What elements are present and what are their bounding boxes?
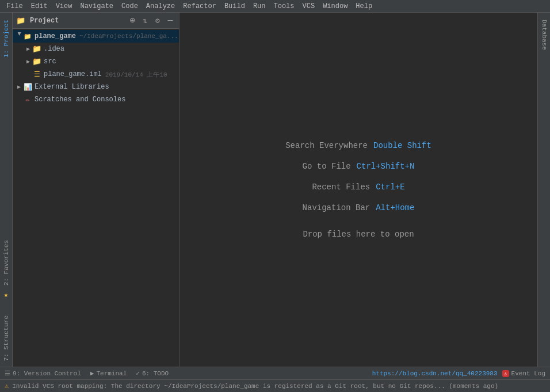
tree-root[interactable]: ▶ 📁 plane_game ~/IdeaProjects/plane_ga..…	[13, 30, 179, 43]
iml-meta: 2019/10/14 上午10	[105, 70, 167, 79]
menu-item-edit[interactable]: Edit	[27, 1, 52, 12]
add-button[interactable]: ⊕	[127, 16, 138, 26]
nav-label: Navigation Bar	[303, 203, 371, 212]
status-bar: ☰ 9: Version Control ▶ Terminal ✓ 6: TOD…	[0, 367, 550, 379]
todo-tab[interactable]: ✓ 6: TODO	[136, 370, 169, 377]
src-folder-icon: 📁	[32, 57, 41, 66]
tree-item-scratches[interactable]: ✏ Scratches and Consoles	[13, 93, 179, 106]
project-folder-icon: 📁	[16, 16, 25, 25]
goto-key: Ctrl+Shift+N	[357, 162, 415, 171]
menu-item-view[interactable]: View	[52, 1, 77, 12]
favorites-star: ★	[4, 290, 9, 299]
tree-item-iml[interactable]: ☰ plane_game.iml 2019/10/14 上午10	[13, 68, 179, 81]
close-panel-button[interactable]: —	[165, 16, 175, 26]
shortcut-goto: Go to File Ctrl+Shift+N	[303, 162, 415, 171]
terminal-label: Terminal	[96, 370, 127, 377]
menu-item-code[interactable]: Code	[117, 1, 142, 12]
event-log-tab[interactable]: ⚠ Event Log	[502, 370, 545, 377]
shortcut-recent: Recent Files Ctrl+E	[312, 182, 404, 192]
notification-bar: ⚠ Invalid VCS root mapping: The director…	[0, 379, 550, 392]
todo-icon: ✓	[136, 370, 140, 377]
recent-label: Recent Files	[312, 182, 370, 192]
search-key: Double Shift	[373, 141, 431, 150]
iml-label: plane_game.iml	[44, 70, 102, 78]
settings-button[interactable]: ⚙	[152, 16, 163, 26]
iml-file-icon: ☰	[32, 70, 41, 79]
event-log-icon: ⚠	[502, 370, 509, 377]
todo-label: 6: TODO	[142, 370, 169, 377]
event-log-label: Event Log	[511, 370, 545, 377]
layout-button[interactable]: ⇅	[140, 16, 150, 26]
menu-bar: FileEditViewNavigateCodeAnalyzeRefactorB…	[0, 0, 550, 13]
shortcut-nav: Navigation Bar Alt+Home	[303, 203, 415, 212]
goto-label: Go to File	[303, 162, 351, 171]
idea-arrow: ▶	[24, 45, 32, 53]
database-tab[interactable]: Database	[539, 15, 549, 55]
tree-item-ext-libs[interactable]: ▶ 📊 External Libraries	[13, 81, 179, 93]
menu-item-window[interactable]: Window	[319, 1, 352, 12]
favorites-tab[interactable]: 2: Favorites	[1, 238, 12, 288]
ext-libs-icon: 📊	[23, 82, 32, 92]
idea-label: .idea	[44, 45, 64, 53]
src-label: src	[44, 58, 56, 66]
project-toolbar: 📁 Project ⊕ ⇅ ⚙ —	[13, 13, 179, 29]
root-folder-icon: 📁	[23, 32, 32, 41]
terminal-tab[interactable]: ▶ Terminal	[90, 370, 127, 377]
notification-text: Invalid VCS root mapping: The directory …	[12, 383, 498, 390]
nav-key: Alt+Home	[376, 203, 414, 212]
menu-item-help[interactable]: Help	[352, 1, 376, 12]
root-arrow: ▶	[15, 32, 23, 40]
scratches-label: Scratches and Consoles	[35, 96, 125, 104]
project-tree: ▶ 📁 plane_game ~/IdeaProjects/plane_ga..…	[13, 29, 179, 367]
sidebar-item-project[interactable]: 1: Project	[1, 15, 12, 62]
search-label: Search Everywhere	[285, 141, 368, 150]
recent-key: Ctrl+E	[376, 182, 404, 192]
menu-item-file[interactable]: File	[2, 1, 27, 12]
vc-label: 9: Version Control	[13, 370, 81, 377]
menu-item-run[interactable]: Run	[249, 1, 270, 12]
url-display: https://blog.csdn.net/qq_40223983	[372, 370, 498, 377]
ext-libs-arrow: ▶	[15, 83, 23, 91]
shortcut-search: Search Everywhere Double Shift	[285, 141, 431, 150]
editor-area: Search Everywhere Double Shift Go to Fil…	[179, 13, 537, 367]
menu-item-refactor[interactable]: Refactor	[179, 1, 220, 12]
scratches-icon: ✏	[23, 95, 32, 104]
menu-item-tools[interactable]: Tools	[270, 1, 299, 12]
menu-item-analyze[interactable]: Analyze	[142, 1, 179, 12]
idea-folder-icon: 📁	[32, 44, 41, 54]
terminal-icon: ▶	[90, 370, 94, 377]
left-tab-strip: 1: Project 2: Favorites ★ 7: Structure	[0, 13, 13, 367]
version-control-tab[interactable]: ☰ 9: Version Control	[5, 370, 81, 377]
src-arrow: ▶	[24, 58, 32, 66]
main-layout: 1: Project 2: Favorites ★ 7: Structure 📁…	[0, 13, 550, 367]
project-panel: 📁 Project ⊕ ⇅ ⚙ — ▶ 📁 plane_game ~/IdeaP…	[13, 13, 179, 367]
vc-icon: ☰	[5, 370, 10, 377]
structure-tab[interactable]: 7: Structure	[1, 313, 12, 363]
menu-item-build[interactable]: Build	[220, 1, 249, 12]
root-path: ~/IdeaProjects/plane_ga...	[79, 33, 178, 40]
notification-icon: ⚠	[5, 382, 9, 390]
right-sidebar: Database	[537, 13, 550, 367]
drop-hint: Drop files here to open	[303, 230, 414, 239]
root-label: plane_game	[35, 32, 76, 40]
menu-item-vcs[interactable]: VCS	[299, 1, 319, 12]
tree-item-idea[interactable]: ▶ 📁 .idea	[13, 43, 179, 55]
menu-item-navigate[interactable]: Navigate	[76, 1, 117, 12]
project-title: Project	[30, 17, 125, 25]
ext-libs-label: External Libraries	[35, 83, 109, 91]
tree-item-src[interactable]: ▶ 📁 src	[13, 55, 179, 68]
